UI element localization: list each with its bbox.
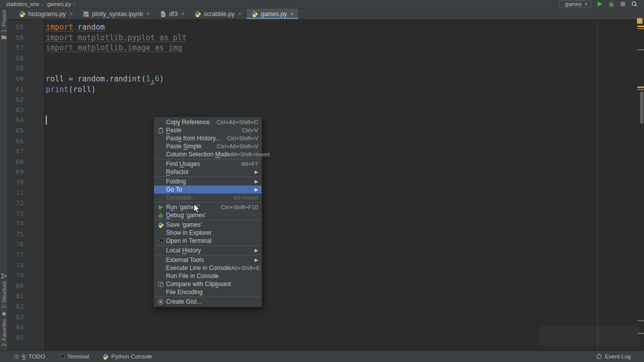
menu-item-show-in-explorer[interactable]: Show in Explorer [154, 229, 262, 237]
code-line-81 [46, 291, 634, 302]
error-stripe-mark[interactable] [637, 333, 644, 334]
tab-label: df3 [169, 11, 178, 18]
code-line-74 [46, 219, 634, 229]
menu-item-refactor[interactable]: Refactor▶ [154, 168, 262, 176]
breadcrumb-project[interactable]: statistics_env [6, 1, 39, 7]
menu-item-paste[interactable]: PasteCtrl+V [154, 126, 262, 134]
close-icon[interactable]: × [69, 11, 73, 17]
menu-item-save-games[interactable]: Save 'games' [154, 221, 262, 229]
editor-gutter[interactable]: 5556575859606162636465666768697071727374… [8, 20, 43, 350]
error-stripe-mark[interactable] [637, 18, 642, 24]
code-line-76 [46, 239, 634, 250]
left-tool-stripe: 1: Project7: Structure2: Favorites [0, 9, 8, 350]
sidebar-item-7-structure[interactable]: 7: Structure [0, 273, 8, 308]
statusbar-item-6-todo[interactable]: 6: TODO [13, 353, 45, 360]
run-controls: games ▼ [559, 1, 644, 8]
submenu-arrow-icon: ▶ [255, 169, 258, 174]
menu-icon-spacer [156, 289, 165, 296]
menu-separator [155, 176, 261, 177]
python-icon [194, 11, 201, 18]
menu-icon-spacer [156, 151, 165, 158]
statusbar-item-event-log[interactable]: Event Log [596, 353, 631, 360]
statusbar-item-terminal[interactable]: Terminal [58, 353, 89, 360]
breadcrumb-file[interactable]: games.py [47, 1, 71, 7]
line-number: 55 [8, 22, 24, 33]
search-everywhere-button[interactable] [631, 1, 638, 8]
run-config-select[interactable]: games ▼ [559, 1, 592, 8]
menu-icon-spacer [156, 168, 165, 175]
line-number: 73 [8, 209, 24, 219]
close-icon[interactable]: × [290, 11, 294, 17]
menu-item-label: Paste [166, 127, 182, 134]
code-line-69 [46, 167, 634, 177]
menu-item-go-to[interactable]: Go To▶ [154, 186, 262, 194]
code-token: ) [159, 74, 164, 83]
statusbar-item-python-console[interactable]: Python Console [102, 353, 152, 360]
menu-item-label: Compare with Clipboard [166, 281, 231, 288]
menu-item-create-gist[interactable]: Create Gist... [154, 298, 262, 306]
menu-item-label: Local History [166, 247, 201, 254]
line-number: 80 [8, 281, 24, 292]
close-icon[interactable]: × [181, 11, 185, 17]
tab-scrabble-py[interactable]: scrabble.py× [190, 9, 247, 19]
code-line-82 [46, 302, 634, 312]
structure-icon [1, 273, 7, 279]
chevron-right-icon: › [41, 2, 43, 7]
menu-item-label: Paste from History... [166, 135, 220, 142]
tab-histograms-py[interactable]: histograms.py× [14, 9, 78, 19]
menu-item-debug-games[interactable]: Debug 'games' [154, 211, 262, 219]
error-stripe[interactable] [636, 17, 644, 349]
menu-item-label: Execute Line in Console [166, 264, 231, 272]
menu-item-shortcut: Alt+Shift+Insert [230, 151, 270, 157]
menu-item-execute-line-in-console[interactable]: Execute Line in ConsoleAlt+Shift+E [154, 264, 262, 272]
menu-item-label: Generate... [166, 194, 196, 201]
menu-item-paste-simple[interactable]: Paste SimpleCtrl+Alt+Shift+V [154, 142, 262, 150]
line-number: 66 [8, 136, 24, 147]
line-number: 57 [8, 43, 24, 53]
error-stripe-mark[interactable] [637, 26, 644, 27]
menu-item-compare-with-clipboard[interactable]: Compare with Clipboard [154, 280, 262, 288]
tab-label: scrabble.py [204, 11, 234, 18]
error-stripe-mark[interactable] [637, 320, 644, 321]
chevron-right-icon: › [73, 2, 75, 7]
tab-df3[interactable]: df3× [155, 9, 190, 19]
menu-item-external-tools[interactable]: External Tools▶ [154, 256, 262, 264]
menu-item-column-selection-mode[interactable]: Column Selection ModeAlt+Shift+Insert [154, 150, 262, 158]
tab-plotly-syntax-ipynb[interactable]: plotly_syntax.ipynb× [78, 9, 155, 19]
error-stripe-mark[interactable] [637, 49, 644, 50]
line-number: 70 [8, 177, 24, 188]
vertical-scrollbar[interactable] [640, 92, 643, 124]
menu-item-label: File Encoding [166, 289, 203, 296]
menu-item-find-usages[interactable]: Find UsagesAlt+F7 [154, 160, 262, 168]
code-line-66 [46, 136, 634, 147]
code-token: random [77, 23, 105, 32]
sidebar-item-1-project[interactable]: 1: Project [0, 10, 8, 40]
menu-item-run-games[interactable]: Run 'games'Ctrl+Shift+F10 [154, 203, 262, 211]
debug-button[interactable] [608, 1, 615, 8]
menu-item-local-history[interactable]: Local History▶ [154, 246, 262, 254]
menu-item-open-in-terminal[interactable]: Open in Terminal [154, 237, 262, 245]
line-number: 76 [8, 239, 24, 250]
sidebar-item-2-favorites[interactable]: 2: Favorites [0, 311, 8, 346]
error-stripe-mark[interactable] [637, 89, 644, 90]
menu-item-run-file-in-console[interactable]: Run File in Console [154, 272, 262, 280]
tab-games-py[interactable]: games.py× [247, 9, 299, 19]
menu-item-file-encoding[interactable]: File Encoding [154, 288, 262, 296]
error-stripe-mark[interactable] [637, 86, 644, 88]
menu-item-paste-from-history[interactable]: Paste from History...Ctrl+Shift+V [154, 134, 262, 142]
code-editor[interactable]: 5556575859606162636465666768697071727374… [8, 20, 644, 350]
close-icon[interactable]: × [146, 11, 150, 17]
menu-item-generate: Generate...Alt+Insert [154, 194, 262, 202]
menu-item-shortcut: Alt+Shift+E [231, 265, 260, 271]
stop-button[interactable] [619, 1, 626, 8]
line-number: 71 [8, 188, 24, 199]
menu-item-folding[interactable]: Folding▶ [154, 177, 262, 186]
run-button[interactable] [596, 1, 603, 8]
breadcrumb: statistics_env › games.py › [0, 1, 75, 7]
error-stripe-mark[interactable] [637, 28, 644, 29]
menu-item-label: External Tools [166, 256, 204, 263]
close-icon[interactable]: × [238, 11, 242, 17]
code-line-56: import matplotlib.pyplot as plt [46, 33, 634, 43]
line-number: 81 [8, 291, 24, 302]
menu-item-copy-reference[interactable]: Copy ReferenceCtrl+Alt+Shift+C [154, 118, 262, 126]
